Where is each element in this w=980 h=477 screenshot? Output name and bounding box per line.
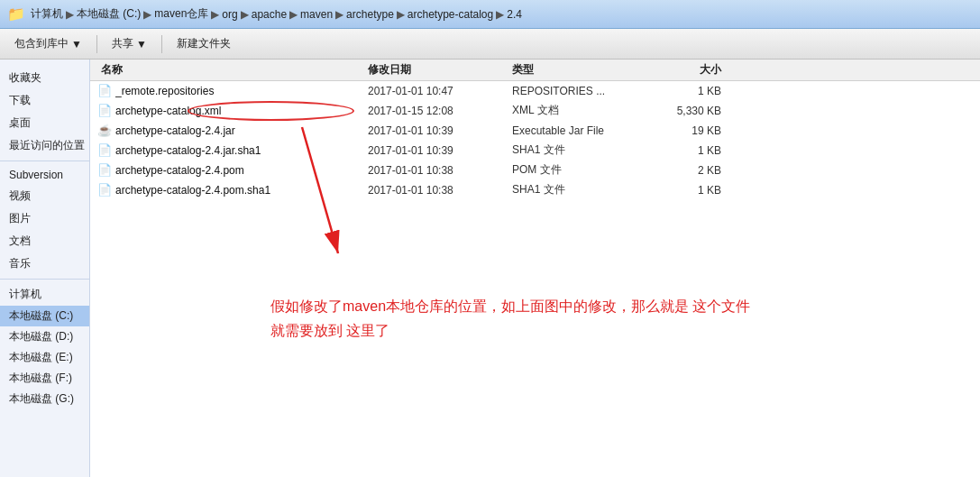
- sidebar-item-download[interactable]: 下载: [0, 89, 89, 112]
- breadcrumb-drive[interactable]: 本地磁盘 (C:): [77, 6, 141, 22]
- breadcrumb-apache[interactable]: apache: [252, 8, 287, 21]
- sidebar-item-docs[interactable]: 文档: [0, 230, 89, 252]
- sidebar-item-pictures[interactable]: 图片: [0, 207, 89, 230]
- file-type-2: Executable Jar File: [512, 124, 656, 137]
- file-row-4[interactable]: 📄 archetype-catalog-2.4.pom 2017-01-01 1…: [90, 161, 980, 180]
- arrow-annotation: [230, 118, 428, 298]
- file-icon-3: 📄: [97, 143, 112, 158]
- file-size-3: 1 KB: [656, 144, 728, 157]
- sidebar: 收藏夹 下载 桌面 最近访问的位置 Subversion 视频 图片 文档 音乐…: [0, 60, 90, 477]
- file-icon-2: ☕: [97, 124, 112, 138]
- file-date-0: 2017-01-01 10:47: [368, 85, 512, 97]
- file-name-0: _remote.repositories: [115, 85, 368, 97]
- file-row-1[interactable]: 📄 archetype-catalog.xml 2017-01-15 12:08…: [90, 101, 980, 121]
- breadcrumb-catalog[interactable]: archetype-catalog: [408, 8, 493, 21]
- col-header-size[interactable]: 大小: [656, 62, 728, 78]
- breadcrumb-computer[interactable]: 计算机: [31, 6, 63, 22]
- file-type-4: POM 文件: [512, 162, 656, 178]
- file-icon-0: 📄: [97, 84, 112, 98]
- file-row-0[interactable]: 📄 _remote.repositories 2017-01-01 10:47 …: [90, 81, 980, 101]
- toolbar-separator-2: [161, 35, 162, 53]
- file-date-1: 2017-01-15 12:08: [368, 105, 512, 117]
- include-label: 包含到库中: [14, 36, 69, 51]
- file-size-5: 1 KB: [656, 184, 728, 197]
- sidebar-drive-e[interactable]: 本地磁盘 (E:): [0, 347, 89, 368]
- file-list: 📄 _remote.repositories 2017-01-01 10:47 …: [90, 81, 980, 477]
- breadcrumb-maven[interactable]: maven仓库: [154, 6, 208, 22]
- new-folder-label: 新建文件夹: [177, 36, 231, 51]
- new-folder-button[interactable]: 新建文件夹: [169, 33, 238, 54]
- col-header-date[interactable]: 修改日期: [368, 62, 512, 78]
- file-row-3[interactable]: 📄 archetype-catalog-2.4.jar.sha1 2017-01…: [90, 141, 980, 161]
- sidebar-drive-f[interactable]: 本地磁盘 (F:): [0, 368, 89, 389]
- file-row-5[interactable]: 📄 archetype-catalog-2.4.pom.sha1 2017-01…: [90, 180, 980, 200]
- file-icon-1: 📄: [97, 104, 112, 118]
- include-library-button[interactable]: 包含到库中 ▼: [7, 33, 89, 54]
- file-type-3: SHA1 文件: [512, 142, 656, 158]
- toolbar-separator-1: [96, 35, 97, 53]
- file-size-2: 19 KB: [656, 124, 728, 137]
- file-icon-5: 📄: [97, 183, 112, 197]
- sidebar-item-music[interactable]: 音乐: [0, 252, 89, 275]
- folder-icon: 📁: [7, 5, 25, 23]
- sidebar-drive-c[interactable]: 本地磁盘 (C:): [0, 306, 89, 326]
- file-size-1: 5,330 KB: [656, 105, 728, 117]
- sidebar-item-recent[interactable]: 最近访问的位置: [0, 134, 89, 157]
- share-arrow: ▼: [136, 38, 147, 50]
- col-header-name[interactable]: 名称: [97, 62, 368, 78]
- file-name-1: archetype-catalog.xml: [115, 105, 368, 117]
- file-type-1: XML 文档: [512, 103, 656, 118]
- sidebar-item-desktop[interactable]: 桌面: [0, 112, 89, 134]
- sidebar-item-computer[interactable]: 计算机: [0, 283, 89, 306]
- breadcrumb-org[interactable]: org: [222, 8, 237, 21]
- column-headers: 名称 修改日期 类型 大小: [90, 60, 980, 81]
- file-icon-4: 📄: [97, 163, 112, 178]
- breadcrumb: 计算机 ▶ 本地磁盘 (C:) ▶ maven仓库 ▶ org ▶ apache…: [31, 6, 522, 22]
- file-row-2[interactable]: ☕ archetype-catalog-2.4.jar 2017-01-01 1…: [90, 121, 980, 141]
- file-type-0: REPOSITORIES ...: [512, 85, 656, 97]
- file-size-0: 1 KB: [656, 85, 728, 97]
- breadcrumb-maven2[interactable]: maven: [300, 8, 333, 21]
- sidebar-divider-2: [0, 279, 89, 280]
- file-area: 名称 修改日期 类型 大小 📄 _remote.repositories 201…: [90, 60, 980, 477]
- share-button[interactable]: 共享 ▼: [105, 33, 154, 54]
- file-type-5: SHA1 文件: [512, 182, 656, 197]
- share-label: 共享: [112, 36, 133, 51]
- col-header-type[interactable]: 类型: [512, 62, 656, 78]
- main-container: 收藏夹 下载 桌面 最近访问的位置 Subversion 视频 图片 文档 音乐…: [0, 60, 980, 477]
- toolbar: 包含到库中 ▼ 共享 ▼ 新建文件夹: [0, 29, 980, 60]
- file-size-4: 2 KB: [656, 164, 728, 177]
- sidebar-item-video[interactable]: 视频: [0, 185, 89, 207]
- title-bar: 📁 计算机 ▶ 本地磁盘 (C:) ▶ maven仓库 ▶ org ▶ apac…: [0, 0, 980, 29]
- breadcrumb-version[interactable]: 2.4: [507, 8, 522, 21]
- include-arrow: ▼: [71, 38, 82, 50]
- sidebar-drive-g[interactable]: 本地磁盘 (G:): [0, 389, 89, 409]
- sidebar-drive-d[interactable]: 本地磁盘 (D:): [0, 326, 89, 347]
- sidebar-divider-1: [0, 161, 89, 161]
- breadcrumb-archetype[interactable]: archetype: [346, 8, 394, 21]
- sidebar-item-favorites[interactable]: 收藏夹: [0, 67, 89, 89]
- sidebar-item-subversion[interactable]: Subversion: [0, 165, 89, 185]
